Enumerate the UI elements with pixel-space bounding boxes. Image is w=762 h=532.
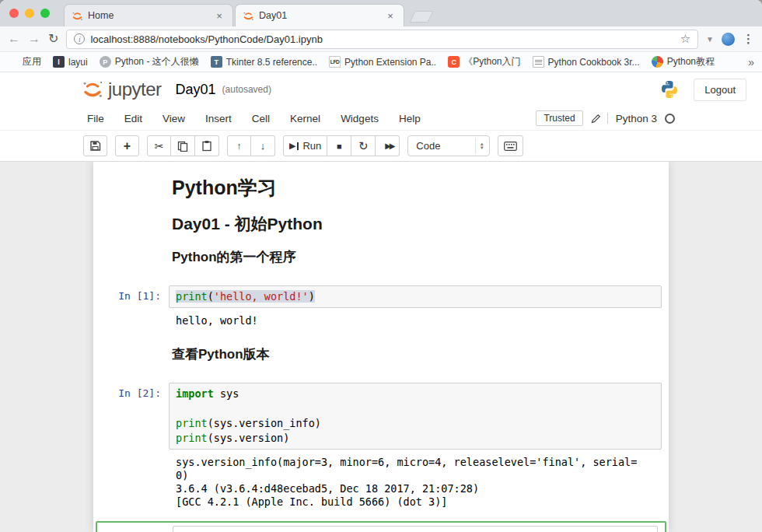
code-token: ( [208,290,214,303]
copy-icon [177,141,188,152]
mode-indicator [591,113,608,124]
code-cell-3-selected[interactable]: In [ ]: [96,521,666,532]
notebook-title[interactable]: Day01 [176,82,216,98]
restart-kernel-button[interactable]: ↻ [351,135,376,156]
tab-close-icon[interactable]: × [213,9,225,22]
output-text: sys.version_info(major=3, minor=6, micro… [169,456,662,469]
bookmarks-overflow-icon[interactable]: » [748,56,754,68]
empty-prompt [93,176,169,200]
tab-close-icon[interactable]: × [384,9,397,22]
bookmark-python-blog[interactable]: P Python - 这个人很懒 [100,55,199,68]
cell-type-value: Code [416,140,440,152]
restart-run-all-button[interactable]: ▶▶ [376,135,400,156]
python-logo-icon [659,79,680,100]
heading-python-study: Python学习 [172,176,662,200]
menu-widgets[interactable]: Widgets [330,110,389,128]
extension-icon[interactable] [722,33,735,46]
bookmark-layui[interactable]: l layui [53,56,88,68]
mode-separator [607,113,608,124]
code-input-area[interactable]: import sys print(sys.version_info) print… [169,383,662,450]
jupyter-logo-text: jupyter [108,79,162,100]
empty-prompt [93,214,169,234]
browser-menu-icon[interactable]: ⋮ [743,32,754,46]
back-icon[interactable]: ← [8,33,20,45]
layui-favicon-icon: l [53,56,65,68]
zoom-window-button[interactable] [40,9,50,18]
bookmark-star-icon[interactable]: ☆ [680,32,690,46]
minimize-window-button[interactable] [25,9,34,18]
address-bar[interactable]: i localhost:8888/notebooks/PythonCode/Da… [66,30,698,49]
menu-file[interactable]: File [87,110,114,128]
code-token: (sys.version) [208,432,290,444]
bookmark-label: Python Cookbook 3r... [548,57,640,68]
code-token: (sys.version_info) [208,417,321,429]
empty-prompt [93,456,169,509]
kernel-name[interactable]: Python 3 [616,113,657,124]
header-right: Logout [659,79,746,101]
download-caret-icon[interactable]: ▼ [706,35,714,44]
menu-insert[interactable]: Insert [195,110,242,128]
markdown-cell[interactable]: Python学习 [93,168,669,206]
add-cell-button[interactable]: + [115,135,139,156]
jupyter-header: jupyter Day01 (autosaved) Logout [0,72,762,107]
new-tab-button[interactable] [410,11,434,23]
url-text[interactable]: localhost:8888/notebooks/PythonCode/Day0… [90,33,674,45]
empty-prompt [93,314,169,327]
code-token: ) [309,290,315,303]
bookmark-python-cookbook[interactable]: Python Cookbook 3r... [533,56,640,68]
move-cell-down-button[interactable]: ↓ [251,135,275,156]
apps-grid-icon [8,57,19,68]
bookmark-tkinter-reference[interactable]: T Tkinter 8.5 reference.. [211,56,317,68]
move-cell-up-button[interactable]: ↑ [227,135,251,156]
logout-button[interactable]: Logout [694,79,746,101]
tab-day01[interactable]: Day01 × [235,4,404,26]
code-input-area[interactable] [173,526,658,532]
reload-icon[interactable]: ↻ [48,33,58,45]
move-group: ↑ ↓ [227,135,275,156]
markdown-cell[interactable]: Day01 - 初始Python [93,206,669,241]
menu-edit[interactable]: Edit [114,110,152,128]
bookmark-label: Python - 这个人很懒 [115,55,199,68]
close-window-button[interactable] [9,9,19,18]
feather-favicon-icon [652,56,663,68]
bookmark-label: layui [68,57,88,68]
jupyter-logo[interactable]: jupyter [81,78,162,101]
markdown-cell[interactable]: Python的第一个程序 [93,241,669,278]
save-button[interactable] [83,135,107,156]
notebook-menubar: File Edit View Insert Cell Kernel Widget… [0,107,762,131]
code-token: print [176,290,208,303]
heading-first-program: Python的第一个程序 [172,249,662,265]
jupyter-favicon-icon [72,10,83,22]
run-button[interactable]: ▶ Run [283,135,327,156]
page-info-icon[interactable]: i [74,33,85,44]
bookmark-python-extension-packages[interactable]: LFD Python Extension Pa.. [329,56,436,68]
menu-view[interactable]: View [152,110,195,128]
cut-cell-button[interactable]: ✂ [147,135,171,156]
lfd-favicon-icon: LFD [329,56,341,68]
output-area-2: sys.version_info(major=3, minor=6, micro… [93,450,669,516]
keyboard-icon [504,142,517,151]
cell-type-select[interactable]: Code ▲ ▼ [407,135,490,156]
tab-home[interactable]: Home × [64,4,233,26]
tab-title: Home [88,10,213,21]
copy-cell-button[interactable] [171,135,195,156]
menu-help[interactable]: Help [389,110,431,128]
paste-cell-button[interactable] [195,135,219,156]
bookmark-python-jiaocheng[interactable]: Python教程 [652,55,715,68]
forward-icon[interactable]: → [28,33,40,45]
bookmark-label: Python教程 [667,55,715,68]
code-cell-1[interactable]: In [1]: print('hello, world!') [93,278,669,308]
bookmark-python-rumen[interactable]: C 《Python入门 [448,55,520,68]
trusted-badge[interactable]: Trusted [536,110,582,126]
menu-cell[interactable]: Cell [242,110,280,128]
command-palette-button[interactable] [498,135,523,156]
code-input-area[interactable]: print('hello, world!') [169,285,662,308]
markdown-cell[interactable]: 查看Python版本 [93,335,669,375]
code-token: print [176,432,208,444]
code-cell-2[interactable]: In [2]: import sys print(sys.version_inf… [93,375,669,450]
bookmark-apps[interactable]: 应用 [8,55,41,68]
bookmarks-bar: 应用 l layui P Python - 这个人很懒 T Tkinter 8.… [0,52,762,72]
interrupt-kernel-button[interactable]: ■ [327,135,351,156]
menu-kernel[interactable]: Kernel [280,110,330,128]
output-text: 0) [169,469,662,482]
